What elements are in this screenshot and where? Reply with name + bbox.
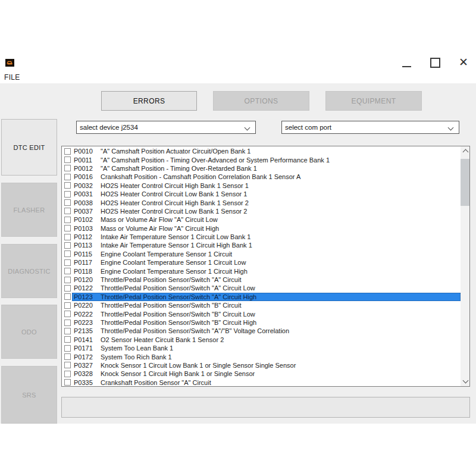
sidebar-item-diagnostic[interactable]: DIAGNOSTIC — [1, 244, 57, 298]
dtc-checkbox[interactable] — [64, 259, 71, 266]
dtc-checkbox[interactable] — [64, 250, 71, 257]
dtc-code: P0031 — [74, 190, 101, 198]
dtc-row[interactable]: P0102 Mass or Volume Air Flow "A" Circui… — [62, 215, 461, 224]
dtc-checkbox[interactable] — [64, 182, 71, 189]
dtc-checkbox[interactable] — [64, 225, 71, 231]
dtc-description: "A" Camshaft Position Actuator Circuit/O… — [101, 148, 461, 155]
scrollbar[interactable] — [461, 146, 469, 386]
dtc-code: P0012 — [74, 165, 101, 172]
dtc-row[interactable]: P0113 Intake Air Temperature Sensor 1 Ci… — [62, 241, 461, 249]
dtc-checkbox[interactable] — [64, 199, 71, 206]
dtc-checkbox[interactable] — [64, 285, 71, 292]
dtc-code: P0120 — [74, 276, 101, 283]
dtc-description: Throttle/Pedal Position Sensor/Switch "A… — [101, 284, 461, 292]
dtc-checkbox[interactable] — [64, 345, 71, 352]
dtc-checkbox[interactable] — [64, 148, 71, 155]
dtc-description: Mass or Volume Air Flow "A" Circuit Low — [101, 216, 461, 223]
dtc-row[interactable]: P0328 Knock Sensor 1 Circuit High Bank 1… — [62, 369, 461, 378]
dtc-checkbox[interactable] — [64, 156, 71, 163]
dtc-row[interactable]: P0172 System Too Rich Bank 1 — [62, 352, 461, 361]
dtc-row[interactable]: P0031 HO2S Heater Control Circuit Low Ba… — [62, 190, 461, 198]
tab-options[interactable]: OPTIONS — [213, 91, 309, 111]
dtc-description: Knock Sensor 1 Circuit Low Bank 1 or Sin… — [101, 362, 461, 369]
dtc-row[interactable]: P0012 "A" Camshaft Position - Timing Ove… — [62, 164, 461, 173]
dtc-row[interactable]: P0141 O2 Sensor Heater Circuit Bank 1 Se… — [62, 336, 461, 344]
dtc-description: "A" Camshaft Position - Timing Over-Adva… — [101, 156, 461, 164]
dtc-checkbox[interactable] — [64, 165, 71, 171]
com-port-select[interactable]: select com port — [281, 121, 459, 134]
dtc-checkbox[interactable] — [64, 208, 71, 214]
dtc-row[interactable]: P2135 Throttle/Pedal Position Sensor/Swi… — [62, 327, 461, 335]
dtc-row[interactable]: P0222 Throttle/Pedal Position Sensor/Swi… — [62, 309, 461, 318]
dtc-list: P0010 "A" Camshaft Position Actuator Cir… — [62, 147, 461, 386]
dtc-checkbox[interactable] — [64, 293, 71, 300]
tab-errors[interactable]: ERRORS — [101, 91, 197, 111]
dtc-row[interactable]: P0011 "A" Camshaft Position - Timing Ove… — [62, 155, 461, 164]
dtc-description: HO2S Heater Control Circuit Low Bank 1 S… — [101, 208, 461, 215]
dtc-description: HO2S Heater Control Circuit High Bank 1 … — [101, 199, 461, 206]
dtc-row[interactable]: P0112 Intake Air Temperature Sensor 1 Ci… — [62, 233, 461, 241]
sidebar-item-srs[interactable]: SRS — [1, 366, 57, 424]
scroll-down-icon[interactable] — [461, 377, 469, 386]
dtc-description: HO2S Heater Control Circuit High Bank 1 … — [101, 182, 461, 189]
dtc-checkbox[interactable] — [64, 191, 71, 198]
maximize-icon[interactable] — [430, 58, 440, 68]
dtc-checkbox[interactable] — [64, 268, 71, 274]
dtc-row[interactable]: P0038 HO2S Heater Control Circuit High B… — [62, 198, 461, 206]
dtc-row[interactable]: P0037 HO2S Heater Control Circuit Low Ba… — [62, 207, 461, 215]
dtc-checkbox[interactable] — [64, 311, 71, 317]
dtc-checkbox[interactable] — [64, 320, 71, 326]
dtc-listbox: P0010 "A" Camshaft Position Actuator Cir… — [61, 146, 470, 387]
dtc-row[interactable]: P0223 Throttle/Pedal Position Sensor/Swi… — [62, 318, 461, 327]
dtc-description: Engine Coolant Temperature Sensor 1 Circ… — [101, 250, 461, 258]
dtc-checkbox[interactable] — [64, 379, 71, 386]
dtc-code: P0103 — [74, 225, 101, 232]
dtc-checkbox[interactable] — [64, 217, 71, 223]
app-icon — [5, 58, 14, 66]
dtc-row[interactable]: P0122 Throttle/Pedal Position Sensor/Swi… — [62, 284, 461, 292]
tab-equipment[interactable]: EQUIPMENT — [325, 91, 422, 111]
dtc-code: P0118 — [74, 268, 101, 275]
dtc-row[interactable]: P0171 System Too Lean Bank 1 — [62, 344, 461, 352]
scroll-up-icon[interactable] — [461, 146, 469, 156]
dtc-row[interactable]: P0115 Engine Coolant Temperature Sensor … — [62, 250, 461, 258]
close-icon[interactable]: ✕ — [457, 55, 470, 70]
dtc-description: System Too Lean Bank 1 — [101, 345, 461, 352]
dtc-checkbox[interactable] — [64, 302, 71, 309]
dtc-checkbox[interactable] — [64, 336, 71, 343]
dtc-row[interactable]: P0118 Engine Coolant Temperature Sensor … — [62, 267, 461, 275]
dtc-checkbox[interactable] — [64, 234, 71, 240]
dtc-code: P0112 — [74, 233, 101, 240]
dtc-checkbox[interactable] — [64, 328, 71, 334]
dtc-checkbox[interactable] — [64, 353, 71, 360]
dtc-code: P0328 — [74, 370, 101, 377]
dtc-row[interactable]: P0220 Throttle/Pedal Position Sensor/Swi… — [62, 301, 461, 309]
menu-file[interactable]: FILE — [4, 73, 20, 82]
dtc-row[interactable]: P0010 "A" Camshaft Position Actuator Cir… — [62, 147, 461, 155]
sidebar-item-dtc-edit[interactable]: DTC EDIT — [1, 119, 57, 176]
dtc-row[interactable]: P0123 Throttle/Pedal Position Sensor/Swi… — [62, 293, 461, 301]
dtc-checkbox[interactable] — [64, 174, 71, 180]
dtc-checkbox[interactable] — [64, 277, 71, 283]
dtc-checkbox[interactable] — [64, 242, 71, 249]
sidebar-item-flasher[interactable]: FLASHER — [1, 183, 57, 237]
dtc-checkbox[interactable] — [64, 362, 71, 368]
dtc-code: P0122 — [74, 284, 101, 292]
minimize-icon[interactable] — [402, 66, 411, 67]
dtc-row[interactable]: P0335 Crankshaft Position Sensor "A" Cir… — [62, 378, 461, 386]
chevron-down-icon — [448, 125, 454, 131]
dtc-row[interactable]: P0103 Mass or Volume Air Flow "A" Circui… — [62, 224, 461, 233]
dtc-row[interactable]: P0016 Crankshaft Position - Camshaft Pos… — [62, 173, 461, 181]
dtc-code: P0038 — [74, 199, 101, 206]
dtc-row[interactable]: P0032 HO2S Heater Control Circuit High B… — [62, 181, 461, 190]
device-select[interactable]: salect device j2534 — [76, 121, 256, 134]
dtc-row[interactable]: P0117 Engine Coolant Temperature Sensor … — [62, 258, 461, 267]
dtc-description: Engine Coolant Temperature Sensor 1 Circ… — [101, 268, 461, 275]
sidebar-item-odo[interactable]: ODO — [1, 305, 57, 359]
dtc-row[interactable]: P0327 Knock Sensor 1 Circuit Low Bank 1 … — [62, 361, 461, 369]
dtc-code: P0113 — [74, 242, 101, 249]
scrollbar-thumb[interactable] — [461, 159, 469, 206]
dtc-row[interactable]: P0120 Throttle/Pedal Position Sensor/Swi… — [62, 275, 461, 284]
dtc-checkbox[interactable] — [64, 371, 71, 377]
dtc-description: HO2S Heater Control Circuit Low Bank 1 S… — [101, 190, 461, 198]
